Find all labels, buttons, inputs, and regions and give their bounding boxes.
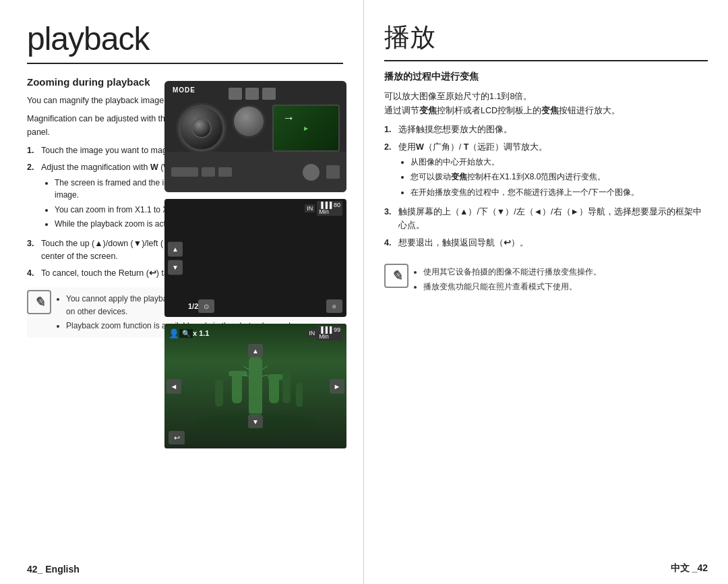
- svg-rect-7: [296, 383, 303, 407]
- camera-images-area: MODE: [164, 81, 353, 448]
- step-num-3: 3.: [27, 237, 39, 250]
- camera-image: MODE: [164, 81, 346, 192]
- right-step-num-3: 3.: [384, 205, 396, 218]
- zoom-battery-indicator: ▐▐▐ 99Min: [317, 326, 342, 341]
- step-text-1: Touch the image you want to magnify.: [41, 144, 182, 157]
- thumb-menu-btn[interactable]: ≡: [326, 299, 342, 313]
- right-note-bullet-2: 播放变焦功能只能在照片查看模式下使用。: [423, 281, 601, 293]
- right-sub-3: 在开始播放变焦的过程中，您不能进行选择上一个/下一个图像。: [411, 186, 639, 199]
- right-sub-bullets: 从图像的中心开始放大。 您可以拨动变焦控制杆在X1.1到X8.0范围内进行变焦。…: [411, 156, 639, 199]
- right-step-num-4: 4.: [384, 236, 396, 250]
- svg-rect-0: [249, 356, 262, 417]
- steps-list-right: 1. 选择触摸您想要放大的图像。 2. 使用W（广角）/ T（远距）调节放大。 …: [384, 123, 708, 250]
- step-num-1: 1.: [27, 144, 39, 157]
- thumb-nav: ▲ ▼: [168, 241, 183, 274]
- step-num-4: 4.: [27, 267, 39, 280]
- right-step-text-4: 想要退出，触摸返回导航（↩）。: [398, 236, 528, 250]
- thumb-camera-btn[interactable]: ⊙: [198, 299, 214, 313]
- zoom-magnifier-icon: 🔍: [179, 329, 193, 338]
- right-step-1: 1. 选择触摸您想要放大的图像。: [384, 123, 708, 136]
- zoom-bottom-arrows: ▼: [248, 415, 263, 428]
- right-intro-1: 可以放大图像至原始尺寸的1.1到8倍。 通过调节变焦控制杆或者LCD控制板上的变…: [384, 90, 708, 117]
- thumb-up-btn[interactable]: ▲: [168, 241, 183, 256]
- left-title: playback: [27, 20, 343, 64]
- right-title: 播放: [384, 20, 708, 61]
- right-step-2: 2. 使用W（广角）/ T（远距）调节放大。 从图像的中心开始放大。 您可以拨动…: [384, 140, 708, 201]
- svg-line-9: [243, 366, 249, 370]
- right-sub-1: 从图像的中心开始放大。: [411, 156, 639, 169]
- left-column: playback Zooming during playback You can…: [0, 0, 364, 584]
- zoom-up-btn[interactable]: ▲: [248, 344, 263, 357]
- zoom-view: 👤 🔍 x 1.1 IN ▐▐▐ 99Min: [164, 324, 346, 448]
- right-note-bullet-1: 使用其它设备拍摄的图像不能进行播放变焦操作。: [423, 266, 601, 279]
- step-text-4: To cancel, touch the Return (↩) tab.: [41, 267, 175, 280]
- right-step-text-3: 触摸屏幕的上（▲）/下（▼）/左（◄）/右（►）导航，选择想要显示的框架中心点。: [398, 205, 708, 232]
- svg-line-11: [262, 366, 268, 370]
- thumb-page-num: 1/2: [188, 302, 198, 310]
- note-text-right: 使用其它设备拍摄的图像不能进行播放变焦操作。 播放变焦功能只能在照片查看模式下使…: [415, 264, 601, 295]
- right-step-3: 3. 触摸屏幕的上（▲）/下（▼）/左（◄）/右（►）导航，选择想要显示的框架中…: [384, 205, 708, 232]
- thumb-bottom-icons: 1/2 ⊙ ≡: [188, 299, 342, 313]
- zoom-down-btn[interactable]: ▼: [248, 415, 263, 428]
- note-icon-right: ✎: [384, 264, 408, 288]
- right-step-num-2: 2.: [384, 140, 396, 154]
- zoom-return-btn[interactable]: ↩: [169, 431, 185, 444]
- note-box-right: ✎ 使用其它设备拍摄的图像不能进行播放变焦操作。 播放变焦功能只能在照片查看模式…: [384, 264, 708, 295]
- zoom-level-display: x 1.1: [193, 329, 209, 337]
- zoom-in-indicator: IN: [307, 329, 317, 337]
- right-step-text-1: 选择触摸您想要放大的图像。: [398, 123, 512, 136]
- right-step-text-2: 使用W（广角）/ T（远距）调节放大。 从图像的中心开始放大。 您可以拨动变焦控…: [398, 140, 639, 201]
- svg-line-12: [262, 375, 268, 376]
- right-column: 播放 播放的过程中进行变焦 可以放大图像至原始尺寸的1.1到8倍。 通过调节变焦…: [364, 0, 728, 584]
- page-number-left: 42_ English: [27, 564, 80, 575]
- svg-rect-5: [282, 370, 291, 403]
- svg-rect-3: [269, 376, 279, 403]
- right-step-num-1: 1.: [384, 123, 396, 136]
- svg-rect-6: [215, 380, 223, 407]
- thumbnail-grid: IN ▐▐▐ 80Min ▲ ▼: [164, 199, 346, 317]
- note-icon-left: ✎: [27, 290, 51, 314]
- step-num-2: 2.: [27, 161, 39, 174]
- section-heading-right: 播放的过程中进行变焦: [384, 71, 708, 83]
- thumb-down-btn[interactable]: ▼: [168, 260, 183, 274]
- zoom-person-icon: 👤: [169, 328, 179, 339]
- svg-rect-1: [232, 373, 242, 403]
- right-sub-2: 您可以拨动变焦控制杆在X1.1到X8.0范围内进行变焦。: [411, 171, 639, 183]
- zoom-top-bar: 👤 🔍 x 1.1 IN ▐▐▐ 99Min: [164, 324, 346, 343]
- camera-mode-label: MODE: [173, 86, 195, 94]
- camera-lens: [178, 105, 225, 152]
- page-number-right: 中文 _42: [671, 562, 708, 575]
- right-step-4: 4. 想要退出，触摸返回导航（↩）。: [384, 236, 708, 250]
